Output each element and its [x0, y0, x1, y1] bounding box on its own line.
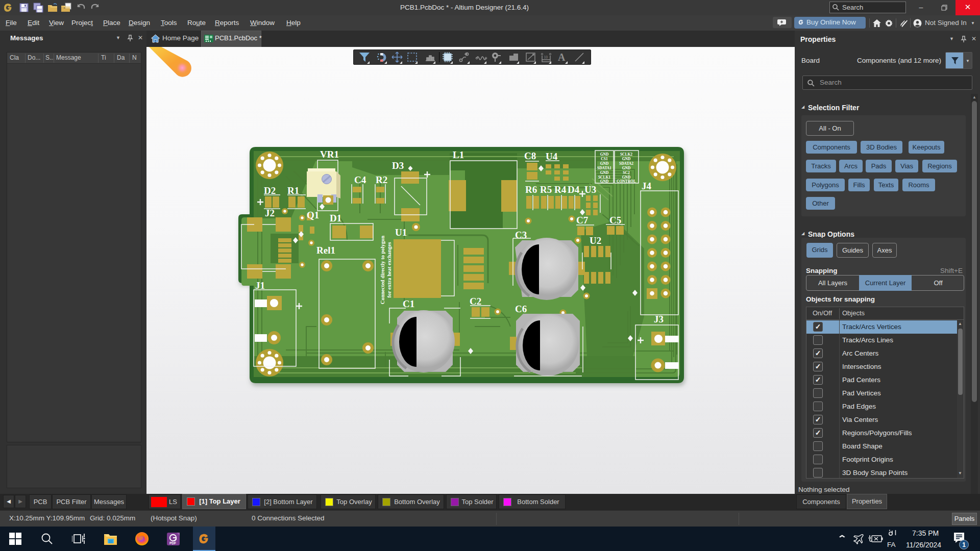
svg-text:SC2: SC2	[623, 170, 630, 175]
svg-text:SDATA1: SDATA1	[597, 166, 611, 170]
svg-text:CS1: CS1	[601, 157, 608, 161]
svg-text:U4: U4	[546, 151, 558, 162]
svg-text:D4: D4	[568, 184, 580, 195]
svg-text:C5: C5	[609, 215, 621, 226]
svg-text:C6: C6	[515, 304, 527, 314]
svg-text:C8: C8	[524, 151, 536, 161]
svg-text:SDATA2: SDATA2	[619, 161, 633, 166]
svg-text:D3: D3	[392, 160, 404, 171]
svg-text:for extra heat exchanges: for extra heat exchanges	[386, 242, 392, 297]
svg-text:U2: U2	[590, 235, 601, 246]
svg-text:U3: U3	[584, 184, 596, 195]
svg-text:J3: J3	[654, 314, 664, 324]
svg-text:C1: C1	[403, 298, 414, 309]
svg-text:Connected directly to polygon: Connected directly to polygon	[380, 236, 385, 304]
svg-text:GND: GND	[600, 152, 609, 157]
svg-text:A: A	[558, 52, 566, 63]
svg-text:R5: R5	[540, 184, 552, 195]
svg-text:J1: J1	[255, 280, 265, 291]
svg-text:PDF: PDF	[169, 541, 176, 545]
svg-text:GND: GND	[600, 161, 609, 166]
svg-text:R1: R1	[287, 185, 299, 196]
svg-text:C4: C4	[354, 174, 366, 185]
svg-text:J2: J2	[265, 208, 275, 218]
svg-text:Rel1: Rel1	[316, 245, 335, 256]
svg-text:C2: C2	[470, 296, 481, 307]
svg-text:GND: GND	[622, 157, 631, 161]
svg-text:10: 10	[544, 55, 548, 60]
svg-text:C7: C7	[576, 215, 589, 226]
svg-text:Q1: Q1	[307, 210, 319, 220]
svg-text:D1: D1	[330, 213, 341, 223]
svg-text:R6: R6	[525, 184, 537, 195]
svg-text:D2: D2	[264, 185, 276, 196]
svg-text:R4: R4	[554, 184, 567, 195]
svg-text:VR1: VR1	[320, 149, 339, 160]
svg-text:CONTROL: CONTROL	[617, 179, 636, 184]
svg-text:GND: GND	[600, 170, 609, 175]
svg-text:GND: GND	[600, 179, 609, 184]
svg-text:R2: R2	[376, 174, 387, 185]
svg-text:GND: GND	[622, 166, 631, 170]
svg-text:SCLK2: SCLK2	[620, 152, 632, 157]
svg-text:J4: J4	[642, 181, 652, 191]
svg-text:L1: L1	[453, 149, 464, 160]
svg-text:U1: U1	[395, 227, 407, 238]
svg-text:C3: C3	[515, 230, 527, 240]
